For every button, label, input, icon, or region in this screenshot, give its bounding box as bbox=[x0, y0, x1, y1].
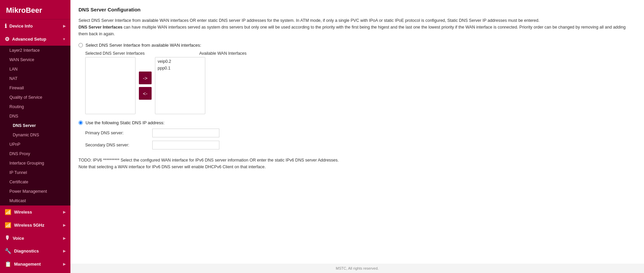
available-interface-option[interactable]: ppp0.1 bbox=[156, 65, 204, 72]
sidebar-item-advanced-setup[interactable]: ⚙ Advanced Setup ▼ bbox=[0, 33, 70, 46]
radio-static-label[interactable]: Use the following Static DNS IP address: bbox=[86, 120, 164, 125]
selected-interfaces-list[interactable] bbox=[85, 57, 136, 114]
secondary-dns-input[interactable] bbox=[152, 141, 219, 149]
device-info-icon: ℹ bbox=[5, 23, 7, 29]
chevron-icon: ▶ bbox=[63, 236, 66, 240]
footer: MSTC, All rights reserved. bbox=[70, 264, 644, 273]
wireless-icon: 📶 bbox=[5, 209, 11, 215]
static-dns-block: Primary DNS server: Secondary DNS server… bbox=[85, 129, 636, 149]
todo-section: TODO: IPV6 ********** Select the configu… bbox=[78, 157, 636, 170]
sidebar-item-voice[interactable]: 🎙 Voice ▶ bbox=[0, 232, 70, 244]
radio-section-select: Select DNS Server Interface from availab… bbox=[78, 43, 636, 114]
available-interface-option[interactable]: veip0.2 bbox=[156, 58, 204, 65]
management-icon: 📋 bbox=[5, 261, 11, 267]
svg-text:MikroBeer: MikroBeer bbox=[6, 6, 42, 14]
sidebar-item-interface-grouping[interactable]: Interface Grouping bbox=[0, 158, 70, 168]
sidebar-item-label: Advanced Setup bbox=[12, 37, 46, 42]
main-content: DNS Server Configuration Select DNS Serv… bbox=[70, 0, 644, 273]
sidebar-item-firewall[interactable]: Firewall bbox=[0, 83, 70, 93]
sidebar-item-dns[interactable]: DNS bbox=[0, 111, 70, 121]
available-interfaces-list[interactable]: veip0.2 ppp0.1 bbox=[155, 57, 205, 114]
primary-dns-input[interactable] bbox=[152, 129, 219, 137]
sidebar-item-ip-tunnel[interactable]: IP Tunnel bbox=[0, 168, 70, 177]
chevron-icon: ▶ bbox=[63, 249, 66, 253]
diagnostics-icon: 🔧 bbox=[5, 248, 11, 254]
primary-dns-row: Primary DNS server: bbox=[85, 129, 636, 137]
sidebar-item-certificate[interactable]: Certificate bbox=[0, 177, 70, 187]
todo-text: TODO: IPV6 ********** Select the configu… bbox=[78, 158, 339, 169]
label-available-interfaces: Available WAN Interfaces bbox=[199, 51, 247, 56]
description-text1: Select DNS Server Interface from availab… bbox=[78, 18, 539, 23]
radio-static-dns[interactable] bbox=[78, 121, 83, 125]
interface-block: Selected DNS Server Interfaces Available… bbox=[85, 51, 636, 114]
sidebar-item-label: Wireless 5GHz bbox=[14, 223, 44, 228]
secondary-dns-label: Secondary DNS server: bbox=[85, 143, 152, 147]
advanced-setup-icon: ⚙ bbox=[5, 36, 9, 42]
sidebar-item-label: Management bbox=[14, 262, 41, 267]
chevron-icon: ▶ bbox=[63, 262, 66, 266]
advanced-setup-submenu: Layer2 Interface WAN Service LAN NAT Fir… bbox=[0, 46, 70, 206]
sidebar-item-management[interactable]: 📋 Management ▶ bbox=[0, 258, 70, 271]
sidebar: MikroBeer ℹ Device Info ▶ ⚙ Advanced Set… bbox=[0, 0, 70, 273]
sidebar-item-label: Device Info bbox=[9, 24, 33, 29]
remove-interface-button[interactable]: <- bbox=[139, 87, 152, 100]
secondary-dns-row: Secondary DNS server: bbox=[85, 141, 636, 149]
description-text2: can have multiple WAN interfaces served … bbox=[78, 25, 626, 36]
sidebar-item-dynamic-dns[interactable]: Dynamic DNS bbox=[0, 130, 70, 140]
radio-section-static: Use the following Static DNS IP address:… bbox=[78, 120, 636, 149]
sidebar-item-lan[interactable]: LAN bbox=[0, 64, 70, 74]
primary-dns-label: Primary DNS server: bbox=[85, 131, 152, 135]
label-selected-interfaces: Selected DNS Server Interfaces bbox=[85, 51, 199, 56]
sidebar-item-label: Wireless bbox=[14, 210, 32, 215]
sidebar-item-routing[interactable]: Routing bbox=[0, 102, 70, 111]
sidebar-item-upnp[interactable]: UPnP bbox=[0, 140, 70, 149]
add-interface-button[interactable]: -> bbox=[139, 72, 152, 84]
sidebar-item-label: Diagnostics bbox=[14, 248, 39, 254]
sidebar-item-diagnostics[interactable]: 🔧 Diagnostics ▶ bbox=[0, 244, 70, 258]
logo: MikroBeer bbox=[0, 0, 70, 19]
wireless-5ghz-icon: 📶 bbox=[5, 222, 11, 228]
page-title: DNS Server Configuration bbox=[78, 7, 636, 12]
description-bold: DNS Server Interfaces bbox=[78, 25, 122, 30]
sidebar-item-dns-proxy[interactable]: DNS Proxy bbox=[0, 149, 70, 158]
interface-labels: Selected DNS Server Interfaces Available… bbox=[85, 51, 636, 56]
description: Select DNS Server Interface from availab… bbox=[78, 17, 636, 37]
sidebar-item-wireless-5ghz[interactable]: 📶 Wireless 5GHz ▶ bbox=[0, 219, 70, 232]
sidebar-item-device-info[interactable]: ℹ Device Info ▶ bbox=[0, 19, 70, 33]
sidebar-item-power-management[interactable]: Power Management bbox=[0, 187, 70, 196]
chevron-icon: ▶ bbox=[63, 210, 66, 214]
sidebar-item-multicast[interactable]: Multicast bbox=[0, 196, 70, 206]
chevron-icon: ▶ bbox=[63, 24, 66, 28]
arrow-buttons: -> <- bbox=[139, 72, 152, 100]
chevron-icon: ▶ bbox=[63, 223, 66, 227]
voice-icon: 🎙 bbox=[5, 235, 10, 241]
interface-transfer-row: -> <- veip0.2 ppp0.1 bbox=[85, 57, 636, 114]
chevron-icon: ▼ bbox=[62, 37, 66, 41]
sidebar-item-dns-server[interactable]: DNS Server bbox=[0, 121, 70, 130]
sidebar-item-qos[interactable]: Quality of Service bbox=[0, 93, 70, 102]
sidebar-item-nat[interactable]: NAT bbox=[0, 74, 70, 83]
sidebar-item-wan-service[interactable]: WAN Service bbox=[0, 55, 70, 64]
radio-select-interface[interactable] bbox=[78, 43, 83, 47]
sidebar-item-label: Voice bbox=[13, 236, 24, 241]
sidebar-item-wireless[interactable]: 📶 Wireless ▶ bbox=[0, 206, 70, 219]
radio-select-label[interactable]: Select DNS Server Interface from availab… bbox=[86, 43, 201, 48]
sidebar-item-layer2[interactable]: Layer2 Interface bbox=[0, 46, 70, 55]
